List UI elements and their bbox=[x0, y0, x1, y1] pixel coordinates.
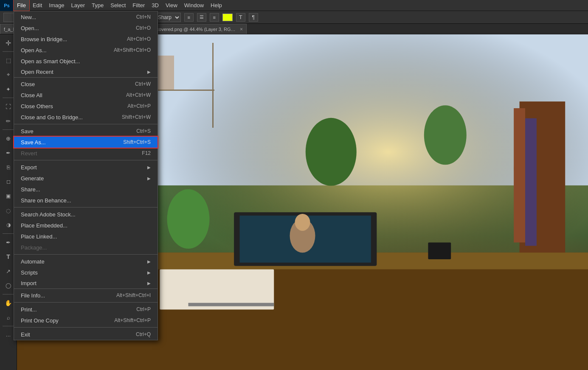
menu-item-close-go-bridge[interactable]: Close and Go to Bridge... Shift+Ctrl+W bbox=[14, 112, 158, 123]
shape-tool[interactable]: ◯ bbox=[2, 279, 15, 292]
align-left-button[interactable]: ≡ bbox=[184, 13, 194, 22]
menu-item-file-info-shortcut: Alt+Shift+Ctrl+I bbox=[116, 292, 151, 298]
menu-items: File Edit Image Layer Type Select Filter… bbox=[14, 0, 225, 11]
menu-item-place-linked-label: Place Linked... bbox=[21, 233, 57, 240]
gradient-tool[interactable]: ▣ bbox=[2, 189, 15, 203]
eraser-tool[interactable]: ◻ bbox=[2, 175, 15, 188]
eyedropper-tool[interactable]: ✏ bbox=[2, 114, 15, 128]
svg-point-11 bbox=[167, 189, 210, 249]
menu-item-close-others-shortcut: Alt+Ctrl+P bbox=[127, 103, 151, 109]
menu-item-save[interactable]: Save Ctrl+S bbox=[14, 126, 158, 137]
menu-item-open[interactable]: Open... Ctrl+O bbox=[14, 22, 158, 34]
zoom-tool[interactable]: ⌕ bbox=[2, 311, 15, 324]
menu-layer[interactable]: Layer bbox=[68, 0, 89, 11]
menu-item-open-label: Open... bbox=[21, 25, 39, 31]
menu-item-close-all-label: Close All bbox=[21, 92, 42, 98]
menu-item-share-behance[interactable]: Share on Behance... bbox=[14, 195, 158, 206]
menu-item-save-label: Save bbox=[21, 128, 34, 135]
menu-item-scripts-arrow: ▶ bbox=[147, 270, 151, 275]
menu-item-print-one-copy-shortcut: Alt+Shift+Ctrl+P bbox=[114, 317, 151, 323]
warp-text-button[interactable]: T bbox=[236, 13, 245, 22]
menu-item-save-shortcut: Ctrl+S bbox=[136, 128, 151, 134]
align-center-button[interactable]: ☰ bbox=[197, 13, 206, 22]
menu-item-search-stock-label: Search Adobe Stock... bbox=[21, 211, 76, 218]
svg-rect-19 bbox=[514, 108, 525, 242]
separator-6 bbox=[14, 327, 158, 328]
menu-type[interactable]: Type bbox=[88, 0, 107, 11]
text-tool[interactable]: T bbox=[2, 250, 15, 263]
menu-item-new-label: New... bbox=[21, 14, 36, 20]
menu-item-close[interactable]: Close Ctrl+W bbox=[14, 78, 158, 90]
menu-window[interactable]: Window bbox=[181, 0, 207, 11]
menu-item-automate[interactable]: Automate ▶ bbox=[14, 256, 158, 267]
menu-item-open-recent[interactable]: Open Recent ▶ bbox=[14, 67, 158, 78]
separator-3 bbox=[14, 207, 158, 207]
separator-4 bbox=[14, 254, 158, 255]
menu-item-search-stock[interactable]: Search Adobe Stock... bbox=[14, 209, 158, 220]
toolbar-separator-4 bbox=[3, 233, 14, 234]
dodge-tool[interactable]: ◑ bbox=[2, 218, 15, 232]
menu-item-export[interactable]: Export ▶ bbox=[14, 162, 158, 173]
heal-tool[interactable]: ⊕ bbox=[2, 132, 15, 145]
character-panel-button[interactable]: ¶ bbox=[249, 13, 258, 22]
menu-3d[interactable]: 3D bbox=[148, 0, 162, 11]
menu-image[interactable]: Image bbox=[45, 0, 68, 11]
anti-alias-select[interactable]: Sharp bbox=[154, 13, 181, 22]
quick-select-tool[interactable]: ✦ bbox=[2, 82, 15, 96]
menu-item-share-label: Share... bbox=[21, 186, 40, 193]
toolbar-separator-1 bbox=[3, 51, 14, 52]
menu-item-import[interactable]: Import ▶ bbox=[14, 278, 158, 289]
menu-item-print-label: Print... bbox=[21, 306, 37, 313]
menu-item-file-info[interactable]: File Info... Alt+Shift+Ctrl+I bbox=[14, 290, 158, 301]
menu-item-share[interactable]: Share... bbox=[14, 184, 158, 195]
pen-tool[interactable]: ✒ bbox=[2, 235, 15, 249]
blur-tool[interactable]: ◌ bbox=[2, 204, 15, 217]
menu-item-save-as[interactable]: Save As... Shift+Ctrl+S bbox=[14, 137, 158, 148]
menu-select[interactable]: Select bbox=[107, 0, 129, 11]
menu-item-browse-bridge-shortcut: Alt+Ctrl+O bbox=[127, 36, 151, 42]
menu-item-browse-bridge[interactable]: Browse in Bridge... Alt+Ctrl+O bbox=[14, 34, 158, 45]
menu-item-package[interactable]: Package... bbox=[14, 242, 158, 253]
menu-item-print[interactable]: Print... Ctrl+P bbox=[14, 304, 158, 315]
menu-item-revert[interactable]: Revert F12 bbox=[14, 148, 158, 159]
menu-item-open-smart-object[interactable]: Open as Smart Object... bbox=[14, 56, 158, 67]
more-tools-button[interactable]: … bbox=[2, 328, 15, 342]
crop-tool[interactable]: ⛶ bbox=[2, 100, 15, 113]
menu-item-generate[interactable]: Generate ▶ bbox=[14, 173, 158, 184]
menu-edit[interactable]: Edit bbox=[29, 0, 45, 11]
menu-item-exit[interactable]: Exit Ctrl+Q bbox=[14, 329, 158, 340]
menu-item-new[interactable]: New... Ctrl+N bbox=[14, 11, 158, 22]
menu-item-close-all[interactable]: Close All Alt+Ctrl+W bbox=[14, 90, 158, 101]
menu-bar: Ps File Edit Image Layer Type Select Fil… bbox=[0, 0, 588, 11]
tab-close-button[interactable]: × bbox=[240, 26, 243, 32]
align-right-button[interactable]: ≡ bbox=[210, 13, 219, 22]
menu-item-close-others-label: Close Others bbox=[21, 103, 53, 109]
menu-item-export-label: Export bbox=[21, 164, 37, 171]
menu-item-browse-bridge-label: Browse in Bridge... bbox=[21, 36, 67, 42]
hand-tool[interactable]: ✋ bbox=[2, 296, 15, 310]
menu-item-open-as[interactable]: Open As... Alt+Shift+Ctrl+O bbox=[14, 45, 158, 56]
menu-item-package-label: Package... bbox=[21, 244, 47, 251]
menu-item-place-linked[interactable]: Place Linked... bbox=[14, 231, 158, 242]
path-select-tool[interactable]: ↗ bbox=[2, 264, 15, 278]
menu-view[interactable]: View bbox=[162, 0, 181, 11]
clone-tool[interactable]: ⎘ bbox=[2, 160, 15, 174]
separator-5 bbox=[14, 302, 158, 303]
menu-item-scripts[interactable]: Scripts ▶ bbox=[14, 267, 158, 278]
menu-item-print-one-copy[interactable]: Print One Copy Alt+Shift+Ctrl+P bbox=[14, 315, 158, 326]
ps-logo: Ps bbox=[0, 0, 14, 11]
separator-1 bbox=[14, 124, 158, 124]
move-tool[interactable]: ✛ bbox=[2, 36, 15, 50]
marquee-tool[interactable]: ⬚ bbox=[2, 53, 15, 67]
menu-file[interactable]: File bbox=[14, 0, 29, 11]
menu-item-generate-arrow: ▶ bbox=[147, 176, 151, 181]
menu-filter[interactable]: Filter bbox=[129, 0, 148, 11]
lasso-tool[interactable]: ⌖ bbox=[2, 68, 15, 81]
text-color-swatch[interactable] bbox=[222, 14, 233, 21]
menu-item-place-embedded[interactable]: Place Embedded... bbox=[14, 220, 158, 231]
menu-item-open-smart-object-label: Open as Smart Object... bbox=[21, 58, 80, 64]
menu-item-file-info-label: File Info... bbox=[21, 292, 45, 299]
menu-item-close-others[interactable]: Close Others Alt+Ctrl+P bbox=[14, 101, 158, 112]
menu-help[interactable]: Help bbox=[207, 0, 225, 11]
brush-tool[interactable]: ✒ bbox=[2, 146, 15, 160]
